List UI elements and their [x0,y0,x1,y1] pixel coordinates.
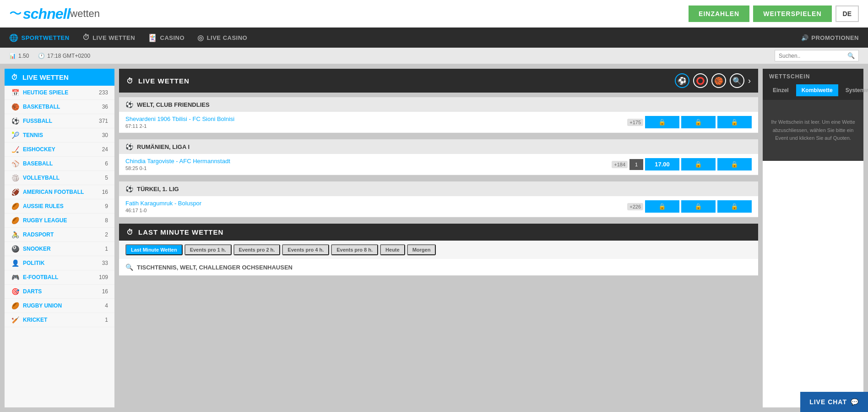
sidebar-item-darts[interactable]: 🎯 DARTS 16 [5,285,114,299]
sidebar-header-label: LIVE WETTEN [22,73,69,81]
weiterspielen-button[interactable]: WEITERSPIELEN [753,5,831,22]
rugby-union-icon: 🏉 [11,302,19,309]
sport-filter-basketball[interactable]: 🏀 [711,73,726,88]
sidebar-item-american-football[interactable]: 🏈 AMERICAN FOOTBALL 16 [5,185,114,199]
match-name-1[interactable]: Shevardeni 1906 Tbilisi - FC Sioni Bolni… [125,115,624,122]
league-group-turkei: ⚽ TÜRKEI, 1. LIG Fatih Karagumruk - Bolu… [119,181,758,217]
league-name-turkei: TÜRKEI, 1. LIG [137,186,179,192]
sidebar-item-tennis[interactable]: 🎾 TENNIS 30 [5,128,114,143]
live-wetten-section-header: ⏱ LIVE WETTEN ⚽ ⭕ 🏀 🔍 › [119,69,758,93]
tab-systemwette[interactable]: Systemwette [840,84,868,96]
odds-btn-2-extra[interactable]: 🔒 [717,158,752,170]
sidebar-item-eishockey[interactable]: 🏒 EISHOCKEY 24 [5,143,114,157]
odds-btn-3-1[interactable]: 🔒 [645,200,679,213]
nav: 🌐 SPORTWETTEN ⏱ LIVE WETTEN 🃏 CASINO ◎ L… [0,27,868,48]
nav-sportwetten[interactable]: 🌐 SPORTWETTEN [9,33,70,42]
odds-btn-1-2[interactable]: 🔒 [681,116,716,128]
logo-wetten: wetten [70,8,100,20]
table-row: Shevardeni 1906 Tbilisi - FC Sioni Bolni… [119,112,758,133]
odds-btn-1-3[interactable]: 🔒 [717,116,752,128]
league-soccer-icon: ⚽ [125,101,133,108]
sidebar-count-eishockey: 24 [102,146,108,153]
volleyball-icon: 🏐 [11,174,19,181]
league-group-rumanien: ⚽ RUMÄNIEN, LIGA I Chindia Targoviste - … [119,139,758,175]
sidebar-item-heutige-spiele[interactable]: 📅 HEUTIGE SPIELE 233 [5,86,114,100]
nav-live-casino[interactable]: ◎ LIVE CASINO [197,33,247,42]
sidebar-count-volleyball: 5 [105,175,108,181]
sidebar-item-volleyball[interactable]: 🏐 VOLLEYBALL 5 [5,171,114,185]
sidebar-item-kricket[interactable]: 🏏 KRICKET 1 [5,313,114,327]
league-soccer-icon-2: ⚽ [125,143,133,150]
header-buttons: EINZAHLEN WEITERSPIELEN DE [689,5,859,22]
odds-count-1: +175 [627,119,643,126]
language-button[interactable]: DE [835,5,859,22]
sport-filter-next[interactable]: › [748,76,751,86]
tab-heute[interactable]: Heute [380,244,405,255]
tab-einzel[interactable]: Einzel [767,84,794,96]
sidebar-item-fussball[interactable]: ⚽ FUSSBALL 371 [5,114,114,128]
search-input[interactable] [779,53,847,59]
header: 〜 schnell wetten EINZAHLEN WEITERSPIELEN… [0,0,868,27]
sidebar-label-tennis: TENNIS [23,132,43,138]
sidebar-item-snooker[interactable]: 🎱 SNOOKER 1 [5,242,114,256]
nav-left: 🌐 SPORTWETTEN ⏱ LIVE WETTEN 🃏 CASINO ◎ L… [9,33,247,42]
tab-events-8h[interactable]: Events pro 8 h. [331,244,378,255]
radsport-icon: 🚴 [11,231,19,238]
main: ⏱ LIVE WETTEN 📅 HEUTIGE SPIELE 233 🏀 BAS… [0,64,868,412]
odds-btn-2-team[interactable]: 1 [629,159,643,170]
tab-kombiwette[interactable]: Kombiwette [796,84,838,96]
nav-live-wetten-label: LIVE WETTEN [92,34,135,41]
clock-icon: 🕐 [38,53,45,59]
tab-morgen[interactable]: Morgen [407,244,436,255]
odds-btn-1-1[interactable]: 🔒 [645,116,679,128]
live-chat-button[interactable]: LIVE CHAT 💬 [800,392,868,412]
sport-filter-search[interactable]: 🔍 [730,73,744,88]
odds-btn-3-3[interactable]: 🔒 [717,200,752,213]
sidebar-count-rugby-union: 4 [105,302,108,309]
sport-filter-tennis[interactable]: ⭕ [693,73,708,88]
search-box[interactable]: 🔍 [775,50,859,61]
toolbar-left: 📊 1.50 🕐 17:18 GMT+0200 [9,53,90,59]
live-casino-icon: ◎ [197,33,204,42]
sidebar-item-rugby-league[interactable]: 🏉 RUGBY LEAGUE 8 [5,214,114,228]
lock-icon: 🔒 [694,161,702,168]
match-name-2[interactable]: Chindia Targoviste - AFC Hermannstadt [125,158,608,165]
odds-btn-2-away[interactable]: 🔒 [681,158,716,170]
sport-filter-soccer[interactable]: ⚽ [675,73,689,88]
table-row: Fatih Karagumruk - Boluspor 46:17 1-0 +2… [119,196,758,217]
tab-events-4h[interactable]: Events pro 4 h. [282,244,329,255]
sidebar-item-rugby-union[interactable]: 🏉 RUGBY UNION 4 [5,299,114,313]
odds-btn-3-2[interactable]: 🔒 [681,200,716,213]
league-header-welt: ⚽ WELT, CLUB FRIENDLIES [119,97,758,112]
promotionen-label: PROMOTIONEN [811,34,859,41]
einzahlen-button[interactable]: EINZAHLEN [689,5,749,22]
tab-events-1h[interactable]: Events pro 1 h. [184,244,232,255]
sidebar-item-basketball[interactable]: 🏀 BASKETBALL 36 [5,100,114,114]
last-minute-header: ⏱ LAST MINUTE WETTEN [119,224,758,241]
tab-last-minute-wetten[interactable]: Last Minute Wetten [125,244,183,255]
nav-casino[interactable]: 🃏 CASINO [148,33,184,42]
tischtennis-icon: 🔍 [125,264,133,271]
nav-live-wetten[interactable]: ⏱ LIVE WETTEN [82,33,135,42]
sidebar-count-tennis: 30 [102,132,108,138]
league-header-turkei: ⚽ TÜRKEI, 1. LIG [119,181,758,196]
sidebar-item-aussie-rules[interactable]: 🏉 AUSSIE RULES 9 [5,199,114,214]
logo-spark: 〜 [9,5,22,22]
sidebar-label-fussball: FUSSBALL [23,118,52,124]
sidebar-item-radsport[interactable]: 🚴 RADSPORT 2 [5,228,114,242]
tab-events-2h[interactable]: Events pro 2 h. [233,244,281,255]
odds-display: 📊 1.50 [9,53,29,59]
odds-count-3: +226 [627,203,643,210]
odds-btn-2-draw[interactable]: 17.00 [645,158,679,170]
sidebar: ⏱ LIVE WETTEN 📅 HEUTIGE SPIELE 233 🏀 BAS… [5,69,114,407]
tischtennis-row: 🔍 TISCHTENNIS, WELT, CHALLENGER OCHSENHA… [119,259,758,275]
nav-promotionen[interactable]: 🔊 PROMOTIONEN [801,34,859,41]
sidebar-item-e-football[interactable]: 🎮 E-FOOTBALL 109 [5,270,114,285]
odds-value: 1.50 [18,53,29,59]
sidebar-count-snooker: 1 [105,246,108,252]
league-name-rumanien: RUMÄNIEN, LIGA I [137,143,190,150]
sidebar-item-baseball[interactable]: ⚾ BASEBALL 6 [5,157,114,171]
sidebar-item-politik[interactable]: 👤 POLITIK 33 [5,256,114,270]
tennis-icon: 🎾 [11,132,19,139]
match-name-3[interactable]: Fatih Karagumruk - Boluspor [125,200,624,207]
